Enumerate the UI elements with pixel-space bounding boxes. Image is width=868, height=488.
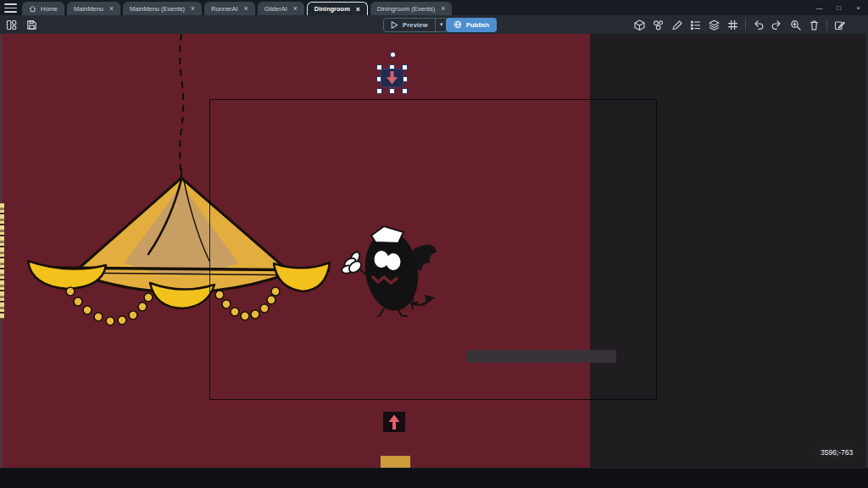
- scene-editor-canvas[interactable]: 3596;-763: [0, 34, 868, 468]
- edit-properties-icon[interactable]: [833, 19, 846, 31]
- ladder-strip-sprite[interactable]: [0, 203, 4, 319]
- close-button[interactable]: ×: [849, 0, 868, 15]
- panels-layout-icon[interactable]: [5, 19, 18, 31]
- resize-handle-sw[interactable]: [376, 88, 382, 94]
- preview-button-main[interactable]: Preview: [384, 21, 435, 29]
- up-arrow-control-sprite[interactable]: [383, 412, 405, 432]
- tab-label: RunnerAI: [211, 5, 238, 13]
- rotation-handle[interactable]: [391, 53, 395, 57]
- editor-toolbar: Preview ▾ Publish: [0, 15, 868, 34]
- tab-bar: Home MainMenu × MainMenu (Events) × Runn…: [22, 0, 452, 15]
- layers-icon[interactable]: [708, 19, 721, 31]
- chevron-down-icon: ▾: [440, 21, 443, 28]
- zoom-in-icon[interactable]: [789, 19, 802, 31]
- publish-button[interactable]: Publish: [446, 18, 497, 32]
- tab-diningroom-events[interactable]: Diningroom (Events) ×: [370, 2, 452, 15]
- tab-runnerai[interactable]: RunnerAI ×: [204, 2, 255, 15]
- instances-list-icon[interactable]: [689, 19, 702, 31]
- window-controls: — □ ×: [810, 0, 868, 15]
- undo-icon[interactable]: [752, 19, 765, 31]
- tab-label: MainMenu (Events): [130, 5, 185, 13]
- main-menu-icon[interactable]: [4, 3, 17, 13]
- grid-icon[interactable]: [726, 19, 739, 31]
- maximize-button[interactable]: □: [829, 0, 849, 15]
- edit-icon[interactable]: [670, 19, 683, 31]
- resize-handle-se[interactable]: [402, 88, 408, 94]
- minimize-button[interactable]: —: [810, 0, 829, 15]
- home-icon: [29, 5, 36, 13]
- play-icon: [391, 21, 398, 29]
- toolbar-right-group: [633, 19, 846, 31]
- tab-close-icon[interactable]: ×: [441, 4, 445, 13]
- cursor-coordinates-badge: 3596;-763: [815, 446, 858, 458]
- toolbar-left-group: [5, 19, 38, 31]
- object-groups-icon[interactable]: [652, 19, 665, 31]
- preview-button[interactable]: Preview ▾: [383, 18, 448, 32]
- toolbar-separator: [745, 19, 746, 30]
- tab-close-icon[interactable]: ×: [109, 4, 114, 13]
- tab-mainmenu-events[interactable]: MainMenu (Events) ×: [123, 2, 202, 15]
- orange-block-sprite[interactable]: [381, 456, 410, 468]
- down-arrow-control-sprite[interactable]: [381, 69, 403, 87]
- tab-close-icon[interactable]: ×: [244, 4, 248, 13]
- toolbar-separator: [826, 19, 827, 30]
- tab-close-icon[interactable]: ×: [293, 4, 298, 13]
- tab-close-icon[interactable]: ×: [356, 5, 360, 14]
- tab-diningroom[interactable]: Diningroom ×: [307, 2, 368, 15]
- tab-label: GliderAI: [264, 5, 287, 13]
- platform-bar-sprite[interactable]: [466, 350, 616, 363]
- windows-taskbar: -4°C Cloudy Search ^: [0, 468, 868, 488]
- tab-close-icon[interactable]: ×: [191, 4, 195, 13]
- tab-label: Diningroom: [314, 5, 350, 13]
- object-icon[interactable]: [633, 19, 646, 31]
- redo-icon[interactable]: [771, 19, 783, 31]
- titlebar: Home MainMenu × MainMenu (Events) × Runn…: [0, 0, 868, 15]
- tab-label: MainMenu: [74, 5, 103, 13]
- chandelier-cord: [173, 34, 190, 180]
- tab-mainmenu[interactable]: MainMenu ×: [67, 2, 120, 15]
- tab-gliderai[interactable]: GliderAI ×: [258, 2, 304, 15]
- resize-handle-s[interactable]: [389, 88, 395, 94]
- tab-label: Diningroom (Events): [377, 5, 435, 13]
- tab-label: Home: [41, 5, 58, 13]
- bat-enemy-sprite[interactable]: [333, 222, 439, 317]
- selected-instance[interactable]: [375, 51, 414, 130]
- gdevelop-window: Home MainMenu × MainMenu (Events) × Runn…: [0, 0, 868, 488]
- globe-icon: [453, 20, 462, 29]
- delete-icon[interactable]: [808, 19, 821, 31]
- tab-home[interactable]: Home: [22, 2, 64, 15]
- save-icon[interactable]: [25, 19, 38, 31]
